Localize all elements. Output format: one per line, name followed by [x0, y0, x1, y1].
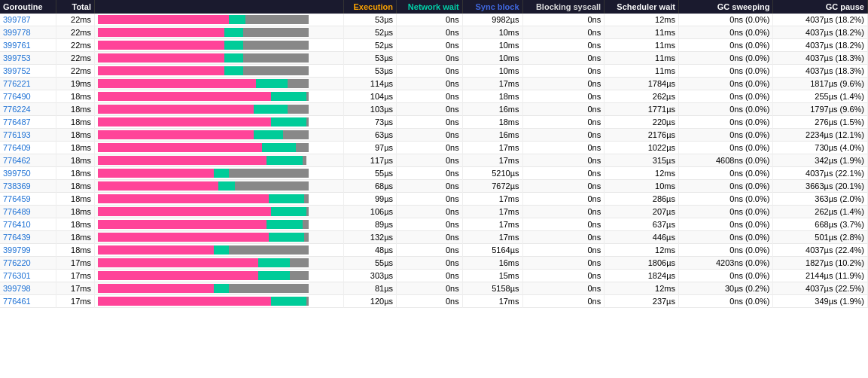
- goroutine-link[interactable]: 776439: [3, 233, 31, 242]
- bar-segment: [98, 233, 269, 242]
- goroutine-link[interactable]: 776193: [3, 130, 31, 139]
- goroutine-id[interactable]: 776301: [0, 270, 56, 282]
- goroutine-net: 0ns: [397, 295, 463, 308]
- goroutine-net: 0ns: [397, 14, 463, 26]
- goroutine-id[interactable]: 776439: [0, 231, 56, 244]
- goroutine-sched: 12ms: [605, 282, 679, 295]
- goroutine-link[interactable]: 776490: [3, 92, 31, 101]
- goroutine-net: 0ns: [397, 244, 463, 257]
- goroutine-sync: 16ms: [462, 103, 522, 116]
- goroutine-id[interactable]: 399750: [0, 167, 56, 180]
- goroutine-id[interactable]: 399761: [0, 39, 56, 52]
- goroutine-link[interactable]: 776489: [3, 207, 31, 216]
- goroutine-block: 0ns: [522, 14, 605, 26]
- goroutine-link[interactable]: 776301: [3, 271, 31, 280]
- goroutine-link[interactable]: 399799: [3, 245, 31, 255]
- table-row: 77648918ms106µs0ns17ms0ns207µs0ns (0.0%)…: [0, 206, 868, 218]
- goroutine-link[interactable]: 399753: [3, 53, 31, 62]
- goroutine-id[interactable]: 776410: [0, 218, 56, 231]
- table-row: 77622017ms55µs0ns16ms0ns1806µs4203ns (0.…: [0, 257, 868, 270]
- goroutine-id[interactable]: 399753: [0, 52, 56, 65]
- goroutine-net: 0ns: [397, 206, 463, 218]
- goroutine-link[interactable]: 776459: [3, 194, 31, 203]
- goroutine-bar: [94, 231, 343, 244]
- goroutine-link[interactable]: 776461: [3, 297, 31, 306]
- goroutine-bar: [94, 167, 343, 180]
- goroutine-net: 0ns: [397, 116, 463, 129]
- goroutine-id[interactable]: 776193: [0, 129, 56, 142]
- goroutine-link[interactable]: 776487: [3, 117, 31, 127]
- goroutine-exec: 52µs: [343, 39, 396, 52]
- goroutine-block: 0ns: [522, 65, 605, 78]
- goroutine-link[interactable]: 738369: [3, 181, 31, 191]
- goroutine-link[interactable]: 399798: [3, 284, 31, 293]
- goroutine-id[interactable]: 399799: [0, 244, 56, 257]
- goroutine-exec: 52µs: [343, 26, 396, 39]
- col-gc-sweeping: GC sweeping: [678, 0, 772, 14]
- goroutine-gcpause: 2234µs (12.1%): [773, 129, 868, 142]
- goroutine-id[interactable]: 776487: [0, 116, 56, 129]
- goroutine-id[interactable]: 738369: [0, 180, 56, 193]
- goroutine-link[interactable]: 776462: [3, 156, 31, 165]
- goroutine-link[interactable]: 399750: [3, 169, 31, 178]
- goroutine-block: 0ns: [522, 295, 605, 308]
- goroutine-block: 0ns: [522, 218, 605, 231]
- bar-segment: [224, 53, 243, 62]
- bar-segment: [98, 143, 262, 152]
- goroutine-net: 0ns: [397, 270, 463, 282]
- bar-segment: [271, 92, 307, 101]
- goroutine-id[interactable]: 776490: [0, 90, 56, 103]
- goroutine-id[interactable]: 399787: [0, 14, 56, 26]
- bar-segment: [304, 194, 309, 203]
- goroutine-id[interactable]: 776220: [0, 257, 56, 270]
- goroutine-sched: 1824µs: [605, 270, 679, 282]
- goroutine-link[interactable]: 399761: [3, 41, 31, 50]
- goroutine-id[interactable]: 776462: [0, 154, 56, 167]
- col-bar: [94, 0, 343, 14]
- goroutine-link[interactable]: 399778: [3, 28, 31, 37]
- col-network-wait: Network wait: [397, 0, 463, 14]
- goroutine-exec: 81µs: [343, 282, 396, 295]
- bar-segment: [229, 15, 245, 24]
- goroutine-exec: 63µs: [343, 129, 396, 142]
- col-goroutine: Goroutine: [0, 0, 56, 14]
- goroutine-gcsweep: 0ns (0.0%): [678, 39, 772, 52]
- goroutine-total: 18ms: [56, 244, 94, 257]
- goroutine-id[interactable]: 776221: [0, 78, 56, 90]
- goroutine-link[interactable]: 776221: [3, 79, 31, 88]
- goroutine-id[interactable]: 399778: [0, 26, 56, 39]
- table-row: 77643918ms132µs0ns17ms0ns446µs0ns (0.0%)…: [0, 231, 868, 244]
- goroutine-sync: 10ms: [462, 52, 522, 65]
- bar-segment: [245, 15, 309, 24]
- goroutine-id[interactable]: 776489: [0, 206, 56, 218]
- bar-segment: [98, 92, 271, 101]
- goroutine-net: 0ns: [397, 180, 463, 193]
- goroutine-link[interactable]: 399752: [3, 66, 31, 75]
- goroutine-link[interactable]: 776224: [3, 105, 31, 114]
- goroutine-id[interactable]: 776461: [0, 295, 56, 308]
- goroutine-gcpause: 4037µs (18.2%): [773, 39, 868, 52]
- goroutine-total: 17ms: [56, 270, 94, 282]
- goroutine-gcpause: 262µs (1.4%): [773, 206, 868, 218]
- bar-segment: [218, 181, 235, 191]
- bar-segment: [269, 233, 305, 242]
- goroutine-link[interactable]: 776410: [3, 220, 31, 229]
- goroutine-net: 0ns: [397, 167, 463, 180]
- goroutine-gcsweep: 0ns (0.0%): [678, 180, 772, 193]
- bar-segment: [229, 284, 309, 293]
- goroutine-net: 0ns: [397, 282, 463, 295]
- goroutine-id[interactable]: 399798: [0, 282, 56, 295]
- bar-segment: [303, 156, 307, 165]
- goroutine-id[interactable]: 776409: [0, 142, 56, 154]
- goroutine-gcsweep: 0ns (0.0%): [678, 26, 772, 39]
- goroutine-id[interactable]: 399752: [0, 65, 56, 78]
- goroutine-link[interactable]: 776409: [3, 143, 31, 152]
- goroutine-link[interactable]: 399787: [3, 15, 31, 24]
- goroutine-id[interactable]: 776224: [0, 103, 56, 116]
- goroutine-bar: [94, 193, 343, 206]
- goroutine-id[interactable]: 776459: [0, 193, 56, 206]
- goroutine-sync: 5164µs: [462, 244, 522, 257]
- goroutine-gcsweep: 30µs (0.2%): [678, 282, 772, 295]
- goroutine-link[interactable]: 776220: [3, 258, 31, 267]
- table-row: 73836918ms68µs0ns7672µs0ns10ms0ns (0.0%)…: [0, 180, 868, 193]
